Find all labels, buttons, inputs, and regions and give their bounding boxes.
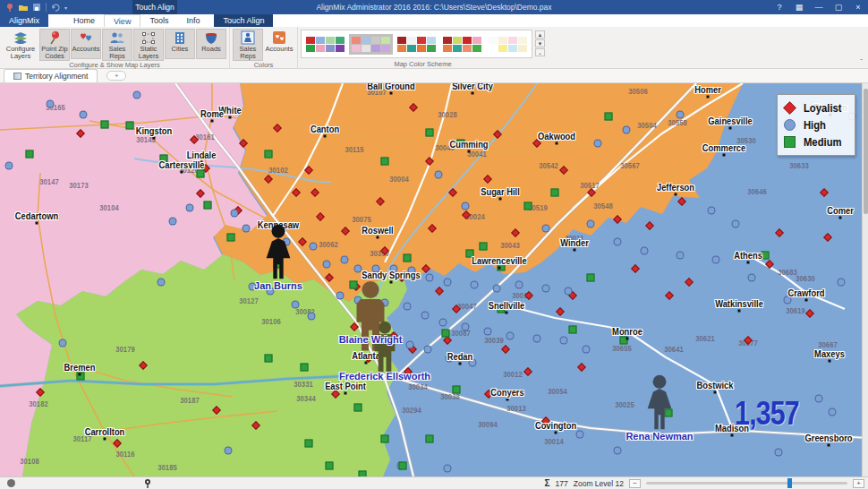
layout-button[interactable]: ▦ xyxy=(789,0,809,14)
account-marker-high[interactable] xyxy=(243,225,251,233)
account-marker-high[interactable] xyxy=(712,256,720,264)
close-button[interactable]: × xyxy=(848,0,868,14)
account-marker-high[interactable] xyxy=(506,332,515,340)
save-icon[interactable] xyxy=(32,3,41,12)
account-marker-high[interactable] xyxy=(406,341,414,349)
account-marker-high[interactable] xyxy=(462,323,470,331)
configure-layers-button[interactable]: Configure Layers xyxy=(3,29,38,61)
sales-rep-figure[interactable] xyxy=(641,374,679,435)
tab-tools[interactable]: Tools xyxy=(140,14,177,27)
account-marker-medium[interactable] xyxy=(399,462,407,470)
collapse-ribbon-icon[interactable]: ˆ xyxy=(860,57,863,65)
account-marker-high[interactable] xyxy=(169,218,177,226)
map-vertical-scrollbar[interactable] xyxy=(862,83,868,476)
color-palette-option[interactable] xyxy=(349,34,393,55)
help-button[interactable]: ? xyxy=(770,0,789,14)
account-marker-medium[interactable] xyxy=(301,364,309,372)
account-marker-high[interactable] xyxy=(515,281,523,289)
account-marker-medium[interactable] xyxy=(453,386,461,394)
palette-more-icon[interactable]: ⌄ xyxy=(535,48,545,56)
account-marker-medium[interactable] xyxy=(524,202,532,210)
account-marker-medium[interactable] xyxy=(466,250,474,258)
zoom-slider-thumb[interactable] xyxy=(787,478,792,488)
color-palette-option[interactable] xyxy=(486,34,530,55)
color-palette-option[interactable] xyxy=(440,34,484,55)
account-marker-high[interactable] xyxy=(732,220,740,228)
colors-sales-reps-button[interactable]: Sales Reps xyxy=(233,29,263,61)
account-marker-medium[interactable] xyxy=(326,462,334,470)
account-marker-high[interactable] xyxy=(542,285,550,293)
account-marker-medium[interactable] xyxy=(569,326,577,334)
account-marker-medium[interactable] xyxy=(587,274,595,282)
account-marker-high[interactable] xyxy=(784,296,792,305)
account-marker-high[interactable] xyxy=(157,279,166,287)
account-marker-high[interactable] xyxy=(439,319,447,327)
zoom-out-button[interactable]: − xyxy=(629,479,641,488)
undo-icon[interactable] xyxy=(51,3,60,12)
tab-view[interactable]: View xyxy=(104,14,140,27)
account-marker-high[interactable] xyxy=(815,395,823,403)
account-marker-high[interactable] xyxy=(775,449,783,457)
account-marker-high[interactable] xyxy=(614,447,622,455)
account-marker-medium[interactable] xyxy=(126,122,134,130)
account-marker-high[interactable] xyxy=(267,287,275,296)
account-marker-high[interactable] xyxy=(565,287,573,296)
account-marker-medium[interactable] xyxy=(498,305,506,313)
map-canvas[interactable]: 3016530107300283050630504305583053030115… xyxy=(0,83,868,476)
sales-rep-figure[interactable] xyxy=(367,321,403,378)
account-marker-high[interactable] xyxy=(308,313,316,321)
restore-button[interactable]: ▢ xyxy=(829,0,848,14)
account-marker-medium[interactable] xyxy=(480,243,488,251)
account-marker-medium[interactable] xyxy=(381,435,389,443)
color-palette-option[interactable] xyxy=(303,34,347,55)
account-marker-medium[interactable] xyxy=(26,150,34,159)
account-marker-medium[interactable] xyxy=(457,140,465,148)
account-marker-high[interactable] xyxy=(80,111,88,119)
account-marker-high[interactable] xyxy=(444,465,452,473)
static-layers-button[interactable]: Static Layers xyxy=(133,29,164,61)
account-marker-high[interactable] xyxy=(594,140,602,148)
location-pin-icon[interactable] xyxy=(143,478,152,489)
account-marker-medium[interactable] xyxy=(265,355,273,363)
qat-dropdown-icon[interactable]: ▾ xyxy=(64,4,67,11)
account-marker-high[interactable] xyxy=(446,355,454,363)
account-marker-high[interactable] xyxy=(435,171,443,179)
account-marker-high[interactable] xyxy=(469,359,477,367)
palette-scroll-up-icon[interactable]: ▲ xyxy=(535,30,545,39)
account-marker-medium[interactable] xyxy=(305,440,313,448)
account-marker-medium[interactable] xyxy=(227,234,235,242)
account-marker-medium[interactable] xyxy=(204,202,212,210)
account-marker-high[interactable] xyxy=(576,431,584,439)
account-marker-high[interactable] xyxy=(341,256,349,264)
account-marker-high[interactable] xyxy=(372,265,380,273)
account-marker-high[interactable] xyxy=(47,100,55,108)
account-marker-high[interactable] xyxy=(533,335,541,343)
account-marker-medium[interactable] xyxy=(426,129,434,137)
account-marker-high[interactable] xyxy=(426,274,434,282)
colors-accounts-button[interactable]: Accounts xyxy=(264,29,294,59)
point-zip-codes-button[interactable]: Point Zip Codes xyxy=(39,29,70,61)
account-marker-high[interactable] xyxy=(444,279,452,287)
account-marker-high[interactable] xyxy=(838,279,846,287)
accounts-layer-button[interactable]: Accounts xyxy=(71,29,101,59)
add-tab-button[interactable]: + xyxy=(106,71,126,81)
account-marker-high[interactable] xyxy=(390,265,398,273)
tab-touch-align[interactable]: Touch Align xyxy=(214,14,273,27)
account-marker-medium[interactable] xyxy=(442,330,450,338)
account-marker-medium[interactable] xyxy=(426,435,434,443)
account-marker-high[interactable] xyxy=(336,292,345,300)
account-marker-high[interactable] xyxy=(583,346,591,354)
sales-reps-layer-button[interactable]: Sales Reps xyxy=(102,29,132,61)
account-marker-high[interactable] xyxy=(354,265,362,273)
territory-alignment-tab[interactable]: Territory Alignment xyxy=(4,69,98,82)
account-marker-high[interactable] xyxy=(748,274,756,282)
account-marker-high[interactable] xyxy=(641,247,649,255)
open-folder-icon[interactable] xyxy=(19,3,28,12)
account-marker-high[interactable] xyxy=(59,339,67,347)
account-marker-medium[interactable] xyxy=(762,252,770,260)
account-marker-high[interactable] xyxy=(587,220,595,228)
account-marker-high[interactable] xyxy=(186,204,194,212)
account-marker-high[interactable] xyxy=(421,312,430,320)
account-marker-medium[interactable] xyxy=(381,158,389,166)
account-marker-high[interactable] xyxy=(133,91,141,99)
